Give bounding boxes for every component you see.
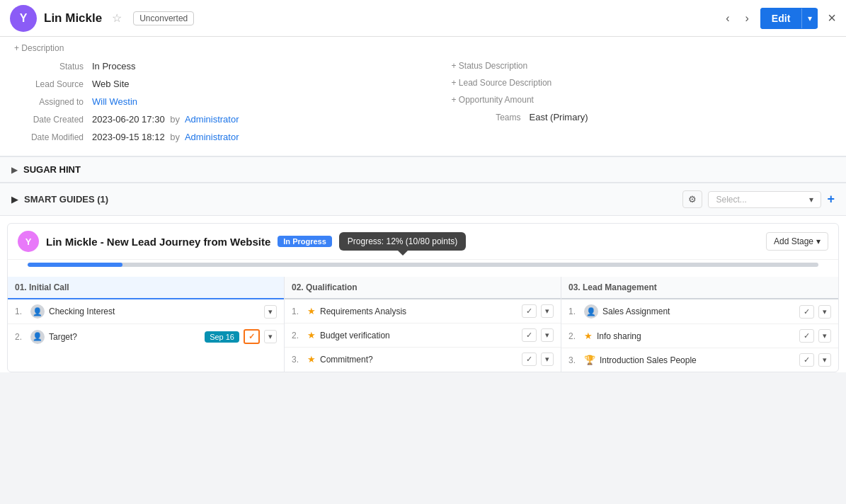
task-item: 1. ★ Requirements Analysis ✓ ▾	[285, 299, 561, 323]
date-created-label: Date Created	[14, 115, 92, 125]
teams-label: Teams	[452, 113, 530, 122]
in-progress-badge: In Progress	[278, 236, 332, 247]
assigned-to-value[interactable]: Will Westin	[92, 96, 137, 107]
task-num: 2.	[292, 331, 303, 340]
assigned-to-label: Assigned to	[14, 97, 92, 107]
description-link[interactable]: + Description	[14, 43, 64, 53]
task-date-badge: Sep 16	[205, 331, 239, 343]
task-dropdown-button[interactable]: ▾	[818, 329, 831, 343]
add-stage-chevron-icon: ▾	[816, 236, 821, 246]
close-button[interactable]: ×	[828, 10, 836, 26]
date-modified-row: Date Modified 2023-09-15 18:12 by Admini…	[14, 128, 423, 146]
task-num: 2.	[568, 331, 580, 341]
journey-avatar: Y	[18, 231, 39, 252]
smart-guides-arrow-icon: ▶	[11, 194, 18, 205]
lead-source-description-link[interactable]: + Lead Source Description	[452, 78, 552, 88]
date-created-row: Date Created 2023-06-20 17:30 by Adminis…	[14, 110, 423, 128]
favorite-icon[interactable]: ☆	[112, 11, 122, 25]
task-avatar: 👤	[584, 304, 598, 319]
date-created-value: 2023-06-20 17:30 by Administrator	[92, 114, 239, 125]
task-name: Info sharing	[597, 331, 795, 341]
task-num: 3.	[292, 355, 303, 365]
edit-dropdown-button[interactable]: ▾	[801, 8, 818, 28]
teams-value: East (Primary)	[530, 112, 588, 122]
status-description-row: + Status Description	[452, 57, 833, 74]
task-dropdown-button[interactable]: ▾	[541, 353, 554, 366]
task-num: 1.	[568, 307, 580, 316]
stage-1: 01. Initial Call 1. 👤 Checking Interest …	[8, 277, 285, 372]
task-dropdown-button[interactable]: ▾	[818, 305, 831, 319]
journey-card: Y Lin Mickle - New Lead Journey from Web…	[7, 223, 839, 372]
task-check-button[interactable]: ✓	[522, 328, 537, 342]
date-modified-label: Date Modified	[14, 132, 92, 142]
progress-bar-fill	[28, 263, 122, 267]
info-grid: Status In Process Lead Source Web Site A…	[14, 57, 832, 146]
unconverted-badge: Unconverted	[133, 11, 194, 25]
task-check-button[interactable]: ✓	[522, 304, 537, 318]
sugar-hint-title: SUGAR HINT	[23, 164, 81, 175]
task-name: Budget verification	[320, 331, 518, 340]
task-dropdown-button[interactable]: ▾	[541, 304, 554, 318]
avatar: Y	[10, 5, 37, 32]
smart-guides-title[interactable]: SMART GUIDES (1)	[24, 194, 677, 205]
next-button[interactable]: ›	[741, 9, 753, 28]
add-smart-guide-button[interactable]: +	[827, 192, 835, 207]
task-item: 2. ★ Budget verification ✓ ▾	[285, 323, 561, 348]
teams-row: Teams East (Primary)	[452, 108, 833, 126]
main-content: + Description Status In Process Lead Sou…	[0, 37, 846, 372]
date-created-user[interactable]: Administrator	[185, 114, 239, 125]
task-avatar: 👤	[30, 330, 45, 344]
task-check-orange-button[interactable]: ✓	[244, 329, 260, 344]
lead-source-row: Lead Source Web Site	[14, 75, 423, 93]
status-row: Status In Process	[14, 57, 423, 75]
task-dropdown-button[interactable]: ▾	[818, 353, 831, 367]
task-avatar: 👤	[30, 304, 45, 319]
star-icon: ★	[307, 354, 316, 365]
edit-button[interactable]: Edit	[760, 8, 801, 29]
stage-3: 03. Lead Management 1. 👤 Sales Assignmen…	[561, 277, 838, 372]
gear-button[interactable]: ⚙	[682, 190, 702, 208]
date-modified-user[interactable]: Administrator	[185, 132, 239, 142]
opportunity-amount-link[interactable]: + Opportunity Amount	[452, 95, 534, 105]
previous-button[interactable]: ‹	[721, 9, 733, 28]
task-dropdown-button[interactable]: ▾	[541, 328, 554, 342]
task-check-button[interactable]: ✓	[799, 329, 814, 343]
select-input[interactable]: Select... ▾	[708, 191, 821, 208]
task-check-button[interactable]: ✓	[522, 353, 537, 366]
task-check-button[interactable]: ✓	[799, 353, 814, 367]
task-num: 3.	[568, 355, 580, 365]
trophy-icon: 🏆	[584, 355, 595, 365]
task-name: Target?	[49, 332, 200, 342]
contact-name: Lin Mickle	[44, 11, 102, 25]
task-name: Commitment?	[320, 355, 518, 365]
task-item: 1. 👤 Sales Assignment ✓ ▾	[561, 299, 838, 324]
task-name: Requirements Analysis	[320, 307, 518, 316]
lead-source-value: Web Site	[92, 79, 130, 89]
progress-bar-container	[28, 263, 818, 267]
progress-tooltip-wrapper: Progress: 12% (10/80 points)	[339, 232, 466, 251]
lead-source-label: Lead Source	[14, 79, 92, 89]
task-num: 1.	[292, 307, 303, 316]
opportunity-amount-row: + Opportunity Amount	[452, 91, 833, 108]
stage-1-header: 01. Initial Call	[8, 277, 284, 299]
task-name: Introduction Sales People	[600, 355, 795, 365]
info-section: + Description Status In Process Lead Sou…	[0, 37, 846, 156]
sugar-hint-section[interactable]: ▶ SUGAR HINT	[0, 156, 846, 183]
task-item: 1. 👤 Checking Interest ▾	[8, 299, 284, 324]
edit-button-group: Edit ▾	[760, 8, 818, 29]
add-stage-button[interactable]: Add Stage ▾	[766, 232, 828, 251]
task-dropdown-button[interactable]: ▾	[264, 330, 277, 343]
task-name: Checking Interest	[49, 307, 260, 316]
task-item: 3. 🏆 Introduction Sales People ✓ ▾	[561, 348, 838, 372]
task-item: 2. 👤 Target? Sep 16 ✓ ▾	[8, 324, 284, 349]
stage-2-header: 02. Qualification	[285, 277, 561, 299]
task-check-button[interactable]: ✓	[799, 305, 814, 319]
task-dropdown-button[interactable]: ▾	[264, 305, 277, 319]
progress-bar-wrapper	[8, 260, 838, 271]
assigned-to-row: Assigned to Will Westin	[14, 93, 423, 110]
star-icon: ★	[307, 330, 316, 340]
status-description-link[interactable]: + Status Description	[452, 61, 528, 71]
task-num: 1.	[15, 307, 26, 316]
status-value: In Process	[92, 61, 135, 71]
smart-guides-section: ▶ SMART GUIDES (1) ⚙ Select... ▾ +	[0, 183, 846, 216]
